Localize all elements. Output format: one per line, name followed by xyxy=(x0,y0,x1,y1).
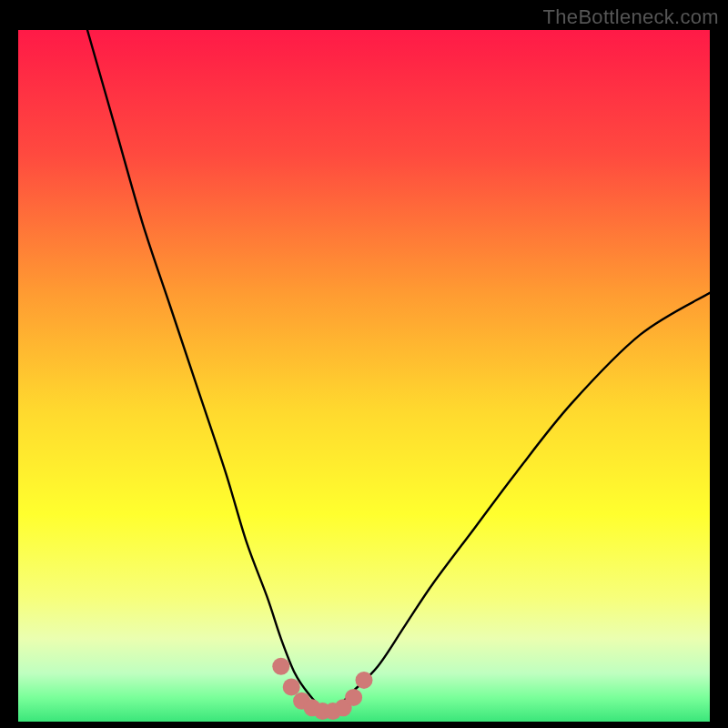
chart-stage: TheBottleneck.com xyxy=(0,0,728,728)
marker-dot xyxy=(283,679,300,696)
marker-dot xyxy=(356,672,373,689)
watermark-text: TheBottleneck.com xyxy=(543,5,719,29)
marker-dot xyxy=(345,689,362,706)
plot-gradient-background xyxy=(18,30,710,722)
bottleneck-chart xyxy=(0,0,728,728)
marker-dot xyxy=(272,658,289,675)
